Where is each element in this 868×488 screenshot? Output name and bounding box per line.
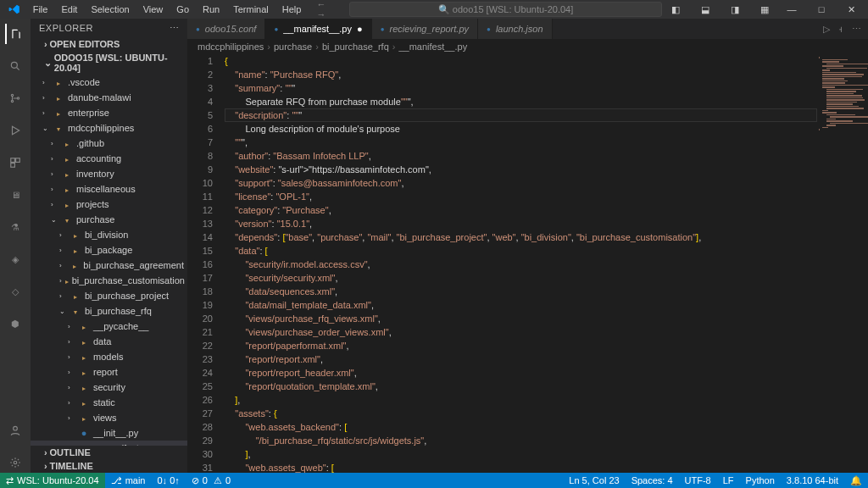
breadcrumb-item[interactable]: purchase — [274, 42, 312, 52]
extra-icon-1[interactable]: ◈ — [5, 249, 25, 269]
tree-item[interactable]: ›report — [31, 364, 187, 380]
remote-indicator[interactable]: ⇄WSL: Ubuntu-20.04 — [0, 473, 105, 488]
tree-item[interactable]: ›accounting — [31, 151, 187, 166]
menu-bar: FileEditSelectionViewGoRunTerminalHelp ←… — [0, 0, 868, 19]
notifications-icon[interactable]: 🔔 — [844, 473, 868, 488]
sync-status[interactable]: 0↓ 0↑ — [151, 473, 185, 488]
editor-tab[interactable]: ●odoo15.conf — [187, 19, 265, 39]
nav-back-forward[interactable]: ← → — [316, 0, 341, 19]
code-content[interactable]: { "name": "Purchase RFQ", "summary": """… — [225, 54, 817, 473]
tree-item[interactable]: ›bi_purchase_customisation — [31, 273, 187, 288]
tree-item[interactable]: ›projects — [31, 197, 187, 212]
split-editor-icon[interactable]: ⫞ — [838, 24, 843, 34]
tree-item[interactable]: ›bi_division — [31, 227, 187, 242]
tree-item[interactable]: ⌄bi_purchase_rfq — [31, 303, 187, 319]
editor-tab[interactable]: ●__manifest__.py● — [265, 19, 371, 39]
command-center-search[interactable]: 🔍 odoo15 [WSL: Ubuntu-20.04] — [349, 2, 662, 17]
tree-item[interactable]: ›views — [31, 410, 187, 425]
run-icon[interactable]: ▷ — [823, 24, 830, 35]
root-folder-section[interactable]: ⌄ ODOO15 [WSL: UBUNTU-20.04] — [31, 51, 187, 75]
layout-controls[interactable]: ◧ ⬓ ◨ ▦ — [662, 0, 778, 19]
tree-item[interactable]: ›data — [31, 334, 187, 349]
panel-bottom-icon[interactable]: ⬓ — [692, 0, 719, 19]
status-bar: ⇄WSL: Ubuntu-20.04 ⎇main 0↓ 0↑ ⊘ 0 ⚠ 0 L… — [0, 473, 868, 488]
menu-view[interactable]: View — [136, 2, 170, 17]
close-icon[interactable]: ✕ — [837, 0, 865, 19]
tree-item[interactable]: __init__.py — [31, 425, 187, 441]
branch-icon: ⎇ — [111, 475, 122, 486]
menu-edit[interactable]: Edit — [54, 2, 84, 17]
tree-item[interactable]: ›__pycache__ — [31, 319, 187, 334]
extra-icon-2[interactable]: ◇ — [5, 281, 25, 302]
explorer-activity-icon[interactable] — [5, 24, 25, 44]
tree-item[interactable]: ›danube-malawi — [31, 90, 187, 105]
panel-left-icon[interactable]: ◧ — [662, 0, 689, 19]
panel-right-icon[interactable]: ◨ — [721, 0, 748, 19]
tab-more-icon[interactable]: ⋯ — [852, 24, 861, 35]
outline-section[interactable]: › OUTLINE — [31, 446, 187, 459]
vscode-logo-icon — [8, 3, 21, 16]
breadcrumb-item[interactable]: mdccphilippines — [198, 42, 264, 52]
timeline-section[interactable]: › TIMELINE — [31, 459, 187, 473]
svg-point-0 — [11, 62, 17, 68]
menu-help[interactable]: Help — [275, 2, 309, 17]
editor-tab[interactable]: ●launch.json — [478, 19, 553, 39]
close-tab-icon[interactable]: ● — [357, 24, 363, 34]
svg-point-7 — [14, 426, 18, 430]
editor-tabs: ●odoo15.conf●__manifest__.py●●recieving_… — [187, 19, 868, 39]
open-editors-section[interactable]: › OPEN EDITORS — [31, 37, 187, 51]
line-gutter[interactable]: 1234567891011121314151617181920212223242… — [187, 54, 225, 473]
explorer-sidebar: EXPLORER⋯ › OPEN EDITORS ⌄ ODOO15 [WSL: … — [31, 19, 187, 473]
menu-terminal[interactable]: Terminal — [226, 2, 275, 17]
problems-status[interactable]: ⊘ 0 ⚠ 0 — [186, 473, 236, 488]
svg-rect-6 — [11, 164, 15, 168]
activity-bar: 🖥 ⚗ ◈ ◇ ⬢ — [0, 19, 31, 473]
tree-item[interactable]: ›miscellaneous — [31, 181, 187, 197]
breadcrumb-item[interactable]: bi_purchase_rfq — [322, 42, 389, 52]
indent-status[interactable]: Spaces: 4 — [626, 473, 679, 488]
tree-item[interactable]: ⌄mdccphilippines — [31, 120, 187, 136]
menu-run[interactable]: Run — [196, 2, 226, 17]
git-branch[interactable]: ⎇main — [105, 473, 152, 488]
extra-icon-3[interactable]: ⬢ — [5, 313, 25, 334]
more-icon[interactable]: ⋯ — [170, 23, 180, 34]
cursor-position[interactable]: Ln 5, Col 23 — [563, 473, 625, 488]
minimap[interactable] — [817, 54, 868, 473]
tree-item[interactable]: ›static — [31, 395, 187, 410]
encoding-status[interactable]: UTF-8 — [679, 473, 717, 488]
eol-status[interactable]: LF — [717, 473, 740, 488]
tree-item[interactable]: ⌄purchase — [31, 212, 187, 227]
customize-layout-icon[interactable]: ▦ — [751, 0, 778, 19]
tree-item[interactable]: ›bi_purchase_project — [31, 288, 187, 303]
tree-item[interactable]: ›bi_package — [31, 242, 187, 258]
remote-icon: ⇄ — [6, 475, 14, 486]
language-mode[interactable]: Python — [740, 473, 781, 488]
extensions-icon[interactable] — [5, 152, 25, 173]
breadcrumb-item[interactable]: __manifest__.py — [398, 42, 467, 52]
python-interpreter[interactable]: 3.8.10 64-bit — [781, 473, 844, 488]
tree-item[interactable]: ›bi_purchase_agreement — [31, 258, 187, 273]
minimize-icon[interactable]: — — [778, 0, 805, 19]
maximize-icon[interactable]: □ — [808, 0, 835, 19]
settings-gear-icon[interactable] — [5, 452, 25, 473]
testing-icon[interactable]: ⚗ — [5, 217, 25, 237]
tree-item[interactable]: ›.github — [31, 136, 187, 151]
menu-go[interactable]: Go — [170, 2, 196, 17]
menu-file[interactable]: File — [26, 2, 55, 17]
tree-item[interactable]: ›security — [31, 380, 187, 395]
menu-selection[interactable]: Selection — [84, 2, 136, 17]
svg-rect-4 — [11, 158, 15, 163]
file-tree[interactable]: ›.vscode›danube-malawi›enterprise⌄mdccph… — [31, 75, 187, 446]
tree-item[interactable]: ›enterprise — [31, 105, 187, 120]
tree-item[interactable]: ›models — [31, 349, 187, 364]
svg-point-3 — [17, 97, 19, 99]
accounts-icon[interactable] — [5, 420, 25, 441]
breadcrumbs[interactable]: mdccphilippines›purchase›bi_purchase_rfq… — [187, 39, 868, 54]
tree-item[interactable]: ›.vscode — [31, 75, 187, 90]
search-activity-icon[interactable] — [5, 56, 25, 76]
editor-tab[interactable]: ●recieving_report.py — [372, 19, 478, 39]
tree-item[interactable]: ›inventory — [31, 166, 187, 181]
remote-explorer-icon[interactable]: 🖥 — [5, 185, 25, 205]
run-debug-icon[interactable] — [5, 120, 25, 141]
source-control-icon[interactable] — [5, 88, 25, 108]
